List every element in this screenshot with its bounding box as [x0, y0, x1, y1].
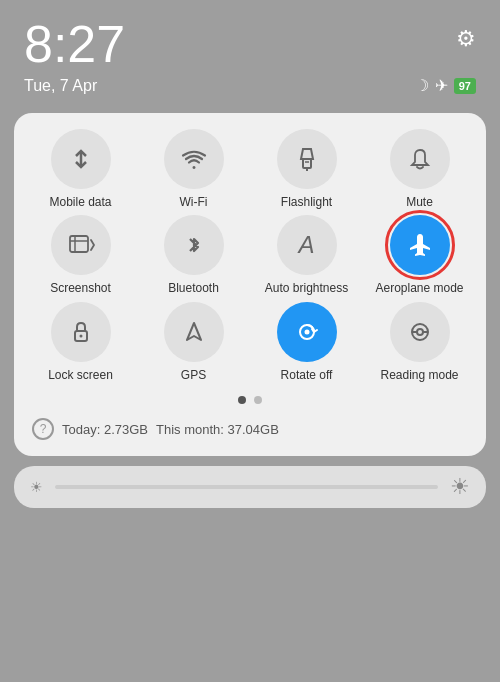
- moon-icon: ☽: [415, 76, 429, 95]
- page-dots: [26, 396, 474, 404]
- date-display: Tue, 7 Apr: [24, 77, 97, 95]
- brightness-low-icon: ☀: [30, 479, 43, 495]
- aeroplane-mode-icon: [390, 215, 450, 275]
- rotate-off-label: Rotate off: [281, 368, 333, 382]
- reading-mode-icon: [390, 302, 450, 362]
- tile-grid: Mobile data Wi-Fi: [26, 129, 474, 382]
- flashlight-label: Flashlight: [281, 195, 332, 209]
- mute-label: Mute: [406, 195, 433, 209]
- bluetooth-label: Bluetooth: [168, 281, 219, 295]
- airplane-status-icon: ✈: [435, 76, 448, 95]
- data-usage-icon: ?: [32, 418, 54, 440]
- dot-1: [238, 396, 246, 404]
- tile-reading-mode[interactable]: Reading mode: [365, 302, 474, 382]
- tile-mobile-data[interactable]: Mobile data: [26, 129, 135, 209]
- tile-rotate-off[interactable]: Rotate off: [252, 302, 361, 382]
- svg-rect-6: [70, 236, 88, 252]
- data-usage-row: ? Today: 2.73GB This month: 37.04GB: [26, 414, 474, 442]
- tile-gps[interactable]: GPS: [139, 302, 248, 382]
- wifi-label: Wi-Fi: [180, 195, 208, 209]
- tile-flashlight[interactable]: Flashlight: [252, 129, 361, 209]
- date-row: Tue, 7 Apr ☽ ✈ 97: [0, 76, 500, 105]
- tile-aeroplane-mode[interactable]: Aeroplane mode: [365, 215, 474, 295]
- mobile-data-label: Mobile data: [49, 195, 111, 209]
- wifi-icon: [164, 129, 224, 189]
- aeroplane-highlight-wrapper: [390, 215, 450, 275]
- lock-screen-icon: [51, 302, 111, 362]
- reading-mode-label: Reading mode: [380, 368, 458, 382]
- gear-icon[interactable]: ⚙: [456, 26, 476, 52]
- aeroplane-mode-label: Aeroplane mode: [375, 281, 463, 295]
- time-display: 8:27: [24, 18, 125, 70]
- svg-point-14: [417, 329, 423, 335]
- rotate-off-icon: [277, 302, 337, 362]
- mobile-data-icon: [51, 129, 111, 189]
- brightness-bar[interactable]: ☀ ☀: [14, 466, 486, 508]
- gps-label: GPS: [181, 368, 206, 382]
- svg-point-10: [79, 334, 82, 337]
- today-usage: Today: 2.73GB: [62, 422, 148, 437]
- flashlight-icon: [277, 129, 337, 189]
- svg-rect-2: [303, 159, 311, 168]
- aeroplane-icon-wrapper: [390, 215, 450, 275]
- auto-brightness-label: Auto brightness: [265, 281, 348, 295]
- mute-icon: [390, 129, 450, 189]
- brightness-track[interactable]: [55, 485, 438, 489]
- tile-screenshot[interactable]: Screenshot: [26, 215, 135, 295]
- tile-wifi[interactable]: Wi-Fi: [139, 129, 248, 209]
- gps-icon: [164, 302, 224, 362]
- tile-lock-screen[interactable]: Lock screen: [26, 302, 135, 382]
- screenshot-label: Screenshot: [50, 281, 111, 295]
- battery-indicator: 97: [454, 78, 476, 94]
- tile-bluetooth[interactable]: Bluetooth: [139, 215, 248, 295]
- svg-point-12: [304, 329, 309, 334]
- svg-marker-1: [301, 149, 313, 159]
- status-icons: ☽ ✈ 97: [415, 76, 476, 95]
- screenshot-icon: [51, 215, 111, 275]
- bluetooth-icon: [164, 215, 224, 275]
- tile-mute[interactable]: Mute: [365, 129, 474, 209]
- month-usage: This month: 37.04GB: [156, 422, 279, 437]
- tile-auto-brightness[interactable]: A Auto brightness: [252, 215, 361, 295]
- brightness-high-icon: ☀: [450, 474, 470, 500]
- status-bar: 8:27 ⚙: [0, 0, 500, 76]
- quick-panel: Mobile data Wi-Fi: [14, 113, 486, 456]
- lock-screen-label: Lock screen: [48, 368, 113, 382]
- dot-2: [254, 396, 262, 404]
- auto-brightness-icon: A: [277, 215, 337, 275]
